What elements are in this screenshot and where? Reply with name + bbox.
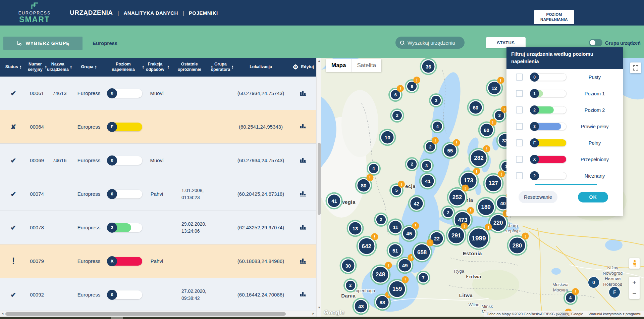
status-filter-button[interactable]: STATUS [486, 37, 526, 48]
map-cluster[interactable]: 41 [328, 195, 340, 207]
row-chart-button[interactable] [299, 291, 307, 299]
scroll-left-icon[interactable]: ◄ [1, 312, 4, 315]
map-cluster[interactable]: 220! [490, 215, 506, 231]
map-cluster[interactable]: 2 [443, 208, 453, 217]
map-cluster[interactable]: 10 [381, 131, 394, 143]
col-header-grupa[interactable]: Grupa▲▼ [72, 64, 106, 70]
map-cluster[interactable]: 88! [376, 296, 388, 308]
table-row[interactable]: ✔00078Europress229.02.2020, 13:24:06(62.… [0, 211, 316, 244]
map-type-map-button[interactable]: Mapa [326, 59, 351, 72]
map-cluster[interactable]: 159! [389, 281, 405, 297]
map-cluster[interactable]: 12! [488, 82, 500, 94]
page-scrollbar-thumb[interactable] [111, 317, 123, 319]
reset-button[interactable]: Resetowanie [519, 191, 557, 203]
zoom-out-button[interactable]: − [629, 288, 640, 299]
nav-item-analityka-danych[interactable]: ANALITYKA DANYCH [123, 10, 178, 16]
level-checkbox[interactable] [516, 139, 523, 146]
map-cluster[interactable]: 45! [403, 227, 415, 240]
map-cluster[interactable]: 36 [422, 60, 435, 73]
map-cluster[interactable]: 2 [346, 281, 355, 290]
map-cluster[interactable]: 49! [399, 259, 411, 271]
select-group-button[interactable]: WYBIERZ GRUPĘ [3, 37, 83, 50]
map-cluster[interactable]: 80! [358, 179, 370, 191]
map-cluster[interactable]: 2 [407, 160, 417, 169]
ok-button[interactable]: OK [578, 192, 608, 202]
nav-item-urzadzenia[interactable]: URZĄDZENIA [70, 9, 113, 16]
table-row[interactable]: ✔0006174613Europress0Muovi(60.27934,24.7… [0, 77, 316, 110]
col-header-numer-seryjny[interactable]: Numer seryjny▲▼ [27, 62, 47, 72]
map-type-satellite-button[interactable]: Satelita [351, 59, 381, 72]
device-group-toggle[interactable] [589, 39, 602, 46]
table-row[interactable]: ✔00074Europress0Pahvi1.01.2008, 01:04:23… [0, 177, 316, 211]
col-header-status[interactable]: Status▲▼ [0, 64, 27, 70]
table-row[interactable]: ✘00064EuropressF(60.2541,24.95343) [0, 110, 316, 144]
map-cluster[interactable]: 55! [444, 144, 456, 156]
map-cluster[interactable]: 13 [349, 222, 362, 235]
row-chart-button[interactable] [299, 123, 307, 131]
map-cluster[interactable]: 252! [449, 189, 465, 205]
fill-level-filter-button[interactable]: POZIOM NAPEŁNIANIA [534, 10, 574, 24]
map-cluster[interactable]: 1999! [469, 229, 488, 248]
row-chart-button[interactable] [299, 156, 307, 165]
map-cluster[interactable]: 127! [485, 175, 501, 191]
map-marker[interactable]: 0 [588, 277, 599, 288]
map-cluster[interactable]: 2 [376, 215, 386, 224]
pegman-control[interactable] [629, 258, 640, 269]
map-cluster[interactable]: 51 [389, 244, 401, 257]
row-chart-button[interactable] [299, 257, 307, 265]
terms-link[interactable]: Warunki korzystania z programu [586, 311, 644, 317]
gear-icon[interactable]: ⚙ [292, 63, 298, 71]
col-header-nazwa-urzadzenia[interactable]: Nazwa urządzenia▲▼ [47, 62, 72, 72]
map-cluster[interactable]: 658! [414, 244, 430, 260]
row-chart-button[interactable] [299, 89, 307, 97]
map-cluster[interactable]: 642! [359, 238, 374, 254]
map-cluster[interactable]: 9! [407, 82, 417, 91]
scroll-down-icon[interactable]: ▼ [317, 306, 322, 309]
level-checkbox[interactable] [516, 74, 523, 81]
table-horizontal-scrollbar[interactable]: ◄ ► [0, 311, 316, 317]
map-cluster[interactable]: 2! [426, 142, 435, 151]
map-cluster[interactable]: 7 [419, 273, 428, 282]
level-checkbox[interactable] [516, 123, 523, 130]
map-cluster[interactable]: 6! [391, 90, 400, 99]
col-header-frakcja-odpadow[interactable]: Frakcja odpadów▲▼ [144, 62, 169, 72]
map-cluster[interactable]: 2 [392, 111, 402, 120]
table-row[interactable]: ✔00092Europress027.02.2020, 09:38:42(60.… [0, 278, 316, 311]
level-checkbox[interactable] [516, 156, 523, 163]
map-cluster[interactable]: 4 [433, 122, 442, 131]
map-cluster[interactable]: 4! [566, 293, 575, 303]
fullscreen-button[interactable] [630, 62, 641, 73]
page-horizontal-scrollbar[interactable] [0, 317, 644, 319]
level-checkbox[interactable] [516, 106, 523, 113]
scroll-up-icon[interactable]: ▲ [317, 59, 322, 62]
map-cluster[interactable]: 60 [469, 101, 482, 113]
map-cluster[interactable]: 42 [410, 197, 423, 210]
map-cluster[interactable]: 248! [373, 267, 388, 282]
level-checkbox[interactable] [516, 172, 523, 179]
level-checkbox[interactable] [516, 90, 523, 97]
table-vertical-scrollbar[interactable]: ▲ ▼ [316, 58, 321, 317]
col-header-grupa-operatora[interactable]: Grupa operatora▲▼ [213, 62, 231, 72]
col-header-ostatnie-oproznienie[interactable]: Ostatnie opróżnienie▲▼ [169, 62, 213, 72]
map-cluster[interactable]: 11 [389, 221, 402, 233]
map-cluster[interactable]: 180 [478, 199, 494, 215]
map-cluster[interactable]: 60! [480, 124, 493, 136]
map-cluster[interactable]: 4 [369, 164, 378, 173]
zoom-in-button[interactable]: + [629, 277, 640, 288]
map-cluster[interactable]: 280! [509, 238, 525, 254]
map-cluster[interactable]: 3! [495, 111, 504, 120]
map-cluster[interactable]: 41 [422, 175, 434, 187]
europress-smart-logo[interactable]: EUROPRESS SMART [14, 2, 55, 24]
map-cluster[interactable]: 291! [448, 228, 464, 243]
map-cluster[interactable]: 3 [422, 161, 431, 170]
row-chart-button[interactable] [299, 224, 307, 232]
table-row[interactable]: !00079EuropressXPahvi(60.18083,24.84986) [0, 244, 316, 278]
map-cluster[interactable]: 43 [355, 300, 367, 312]
vertical-scrollbar-thumb[interactable] [318, 143, 321, 215]
col-header-poziom-napelnienia[interactable]: Poziom napełnienia▲▼ [106, 62, 144, 72]
map-marker[interactable]: F [609, 287, 620, 298]
scroll-right-icon[interactable]: ► [312, 312, 315, 315]
map-cluster[interactable]: 282! [471, 150, 487, 166]
map-cluster[interactable]: 3 [431, 96, 441, 105]
table-row[interactable]: ✔0006974616Europress0Muovi(60.27934,24.7… [0, 144, 316, 177]
